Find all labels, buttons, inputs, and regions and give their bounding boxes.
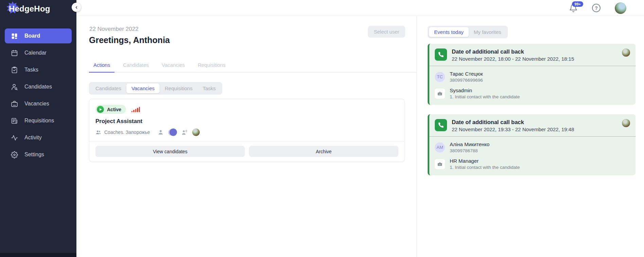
event-divider — [429, 136, 636, 137]
sidebar-item-requisitions[interactable]: Requisitions — [5, 113, 72, 128]
vacancy-title: Project Assistant — [95, 118, 398, 125]
actions-filter-tabs: Candidates Vacancies Requisitions Tasks — [89, 82, 222, 95]
candidate-name: Тарас Стецюк — [450, 71, 483, 77]
sidebar-item-label: Calendar — [24, 50, 47, 56]
candidate-row: АМ Аліна Микитенко 38099786788 — [435, 141, 630, 153]
status-label: Active — [107, 107, 121, 112]
sidebar-item-settings[interactable]: Settings — [5, 147, 72, 162]
briefcase-icon — [435, 159, 445, 169]
manager-avatar[interactable] — [192, 128, 200, 136]
sidebar-footer-strip — [0, 253, 76, 257]
tab-events-today[interactable]: Events today — [429, 27, 469, 37]
calendar-icon — [11, 50, 18, 57]
sidebar-item-label: Candidates — [24, 84, 52, 90]
notifications-button[interactable]: 99+ — [569, 4, 578, 13]
vacancy-row: Sysadmin 1. Initial contact with the can… — [435, 87, 630, 99]
user-avatar[interactable] — [615, 2, 626, 14]
event-stage: 1. Initial contact with the candidate — [450, 94, 520, 99]
candidate-initials-avatar: АМ — [435, 142, 445, 153]
team-icon — [95, 130, 101, 135]
filter-tab-vacancies[interactable]: Vacancies — [126, 83, 160, 93]
event-title: Date of additional call back — [452, 119, 574, 125]
candidate-row: ТС Тарас Стецюк 3809976699696 — [435, 71, 630, 83]
vacancy-meta: Coaches. Запорожье — [104, 130, 150, 135]
vacancies-icon — [11, 100, 18, 107]
settings-icon — [11, 151, 18, 158]
tab-candidates[interactable]: Candidates — [119, 62, 153, 73]
candidate-phone: 38099786788 — [450, 148, 489, 153]
sidebar-item-board[interactable]: Board — [5, 28, 72, 43]
sidebar-item-vacancies[interactable]: Vacancies — [5, 96, 72, 111]
help-button[interactable]: ? — [592, 4, 601, 12]
event-time: 22 November 2022, 18:00 - 22 November 20… — [452, 56, 574, 62]
requisitions-icon — [11, 117, 18, 124]
sidebar: HedgeHog Board Calendar Tasks C — [0, 0, 76, 257]
tab-my-favorites[interactable]: My favorites — [469, 27, 506, 37]
archive-button[interactable]: Archive — [249, 146, 398, 157]
sidebar-item-calendar[interactable]: Calendar — [5, 45, 72, 60]
sidebar-item-tasks[interactable]: Tasks — [5, 62, 72, 77]
sidebar-item-label: Board — [24, 33, 40, 39]
activity-icon — [11, 134, 18, 141]
topbar: 99+ ? — [76, 0, 644, 16]
vacancy-row: HR Manager 1. Initial contact with the c… — [435, 158, 630, 170]
event-title: Date of additional call back — [452, 48, 574, 55]
sidebar-item-label: Tasks — [24, 67, 38, 73]
assignees — [158, 128, 200, 136]
main-tabs: Actions Candidates Vacancies Requisition… — [89, 62, 416, 73]
sidebar-item-label: Requisitions — [24, 118, 54, 124]
events-list: Date of additional call back 22 November… — [428, 44, 636, 175]
view-candidates-button[interactable]: View candidates — [95, 146, 245, 157]
event-time: 22 November 2022, 19:33 - 22 November 20… — [452, 126, 574, 132]
events-panel-tabs: Events today My favorites — [428, 26, 508, 38]
page-title: Greetings, Anthonia — [89, 35, 170, 45]
event-card[interactable]: Date of additional call back 22 November… — [428, 114, 636, 175]
sidebar-collapse-button[interactable] — [72, 3, 81, 12]
briefcase-icon — [435, 88, 445, 99]
board-icon — [11, 33, 18, 40]
event-owner-avatar — [622, 119, 630, 127]
logo[interactable]: HedgeHog — [9, 4, 50, 14]
candidates-icon — [11, 83, 18, 91]
event-card[interactable]: Date of additional call back 22 November… — [428, 44, 636, 105]
event-divider — [429, 66, 636, 66]
candidate-initials-avatar: ТС — [435, 72, 445, 82]
event-owner-avatar — [622, 48, 630, 57]
sidebar-item-candidates[interactable]: Candidates — [5, 79, 72, 94]
sidebar-item-label: Vacancies — [24, 101, 49, 107]
sidebar-menu: Board Calendar Tasks Candidates Vacancie… — [0, 28, 76, 164]
recruiter-avatar[interactable] — [168, 128, 177, 136]
vacancy-card: Active Project Assistant Coaches. Запоро… — [89, 99, 405, 162]
play-icon — [97, 106, 104, 113]
select-user-button[interactable]: Select user — [368, 26, 405, 38]
person-voice-icon — [181, 129, 188, 136]
status-badge: Active — [95, 105, 126, 114]
filter-tab-tasks[interactable]: Tasks — [198, 83, 221, 93]
event-vacancy-name: Sysadmin — [450, 87, 520, 93]
filter-tab-requisitions[interactable]: Requisitions — [160, 83, 198, 93]
priority-bars-icon — [131, 106, 140, 112]
question-mark-icon: ? — [595, 5, 598, 11]
panel-divider — [416, 16, 417, 257]
event-stage: 1. Initial contact with the candidate — [450, 165, 520, 170]
sidebar-item-label: Activity — [24, 135, 42, 141]
current-date: 22 November 2022 — [89, 26, 139, 33]
candidate-phone: 3809976699696 — [450, 78, 483, 83]
sidebar-item-activity[interactable]: Activity — [5, 130, 72, 145]
tab-requisitions[interactable]: Requisitions — [193, 62, 230, 73]
person-icon — [158, 129, 164, 135]
phone-icon — [435, 119, 447, 131]
phone-icon — [435, 48, 447, 61]
chevron-left-icon — [74, 5, 78, 9]
tab-vacancies[interactable]: Vacancies — [157, 62, 189, 73]
filter-tab-candidates[interactable]: Candidates — [90, 83, 126, 93]
sidebar-item-label: Settings — [24, 152, 44, 158]
notifications-badge: 99+ — [572, 1, 583, 7]
candidate-name: Аліна Микитенко — [450, 141, 489, 147]
event-vacancy-name: HR Manager — [450, 158, 520, 164]
tasks-icon — [11, 66, 18, 74]
tab-actions[interactable]: Actions — [89, 62, 114, 73]
app-title: HedgeHog — [9, 4, 50, 14]
